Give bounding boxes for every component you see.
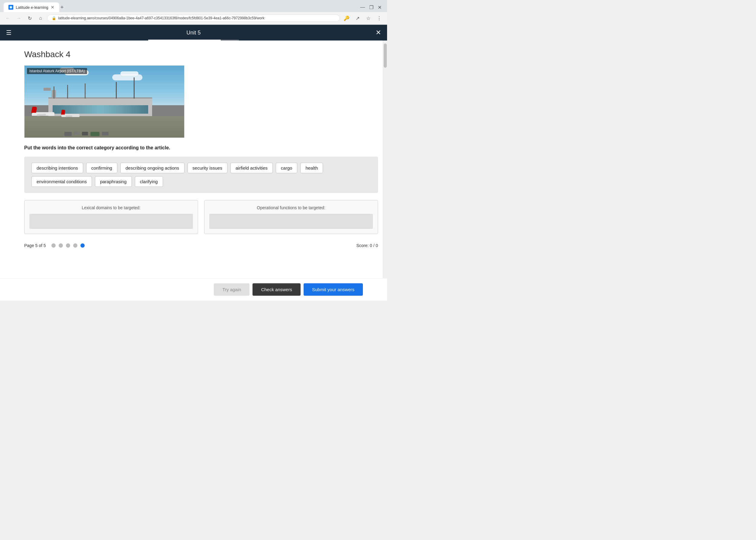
- chip-environmental-conditions[interactable]: environmental conditions: [32, 176, 92, 187]
- airport-scene: [25, 66, 184, 138]
- tower-top: [44, 88, 51, 91]
- reload-button[interactable]: ↻: [25, 14, 34, 22]
- key-button[interactable]: 🔑: [342, 14, 351, 22]
- drop-zone-operational[interactable]: Operational functions to be targeted:: [204, 200, 378, 234]
- main-area: ‹ Washback 4: [0, 41, 387, 278]
- restore-button[interactable]: ❐: [368, 4, 375, 11]
- plane-left: [29, 107, 57, 118]
- back-button[interactable]: ←: [4, 14, 12, 22]
- dot-4: [73, 243, 77, 248]
- instruction-text: Put the words into the correct category …: [24, 145, 378, 151]
- titlebar: Latitude e-learning ✕ + — ❐ ✕ ← → ↻ ⌂ 🔒 …: [0, 0, 387, 25]
- lamppost-3: [85, 83, 85, 98]
- drop-zone-lexical-area[interactable]: [29, 214, 193, 229]
- chip-health[interactable]: health: [300, 163, 323, 173]
- dot-1: [52, 243, 56, 248]
- chip-security-issues[interactable]: security issues: [188, 163, 227, 173]
- app-title: Unit 5: [186, 30, 201, 36]
- lamppost-4: [116, 82, 117, 98]
- home-button[interactable]: ⌂: [36, 14, 45, 22]
- tab-close-icon[interactable]: ✕: [51, 5, 55, 10]
- window-close-button[interactable]: ✕: [376, 4, 383, 11]
- submit-answers-button[interactable]: Submit your answers: [304, 283, 363, 296]
- lamppost-1: [54, 86, 55, 98]
- chip-clarifying[interactable]: clarifying: [135, 176, 163, 187]
- check-answers-button[interactable]: Check answers: [252, 283, 301, 296]
- word-bank: describing intentions confirming describ…: [24, 157, 378, 193]
- drop-zone-operational-area[interactable]: [209, 214, 373, 229]
- pagination-area: Page 5 of 5 Score: 0 / 0: [24, 243, 378, 248]
- drop-zone-lexical[interactable]: Lexical domains to be targeted:: [24, 200, 198, 234]
- lamppost-5: [134, 77, 135, 98]
- url-bar[interactable]: 🔒 latitude-elearning.aero/courses/04906a…: [47, 15, 340, 22]
- svg-point-1: [10, 6, 12, 8]
- forward-button[interactable]: →: [15, 14, 23, 22]
- browser-chrome: Latitude e-learning ✕ + — ❐ ✕ ← → ↻ ⌂ 🔒 …: [0, 0, 387, 25]
- chip-describing-ongoing-actions[interactable]: describing ongoing actions: [120, 163, 185, 173]
- minimize-button[interactable]: —: [358, 4, 367, 11]
- dot-3: [66, 243, 70, 248]
- drop-zones-container: Lexical domains to be targeted: Operatio…: [24, 200, 378, 234]
- bookmark-button[interactable]: ☆: [364, 14, 373, 22]
- lamppost-2: [67, 85, 68, 98]
- menu-button[interactable]: ⋮: [375, 14, 383, 22]
- chip-airfield-activities[interactable]: airfield activities: [230, 163, 273, 173]
- page-info: Page 5 of 5: [24, 243, 46, 248]
- url-text: latitude-elearning.aero/courses/04906a8a…: [58, 16, 335, 20]
- chip-paraphrasing[interactable]: paraphrasing: [95, 176, 132, 187]
- lock-icon: 🔒: [52, 16, 56, 20]
- ground-equipment: [65, 132, 108, 136]
- browser-titlebar: Latitude e-learning ✕ + — ❐ ✕: [0, 0, 387, 12]
- button-area: Try again Check answers Submit your answ…: [0, 278, 387, 301]
- scroll-thumb[interactable]: [384, 44, 387, 68]
- drop-zone-operational-label: Operational functions to be targeted:: [209, 205, 373, 210]
- try-again-button[interactable]: Try again: [214, 283, 249, 296]
- cloud-4: [120, 71, 138, 75]
- share-button[interactable]: ↗: [353, 14, 362, 22]
- close-button[interactable]: ✕: [376, 29, 381, 37]
- dot-5: [80, 243, 85, 248]
- dot-2: [59, 243, 63, 248]
- chip-cargo[interactable]: cargo: [276, 163, 298, 173]
- drop-zone-lexical-label: Lexical domains to be targeted:: [29, 205, 193, 210]
- image-caption: Istanbul Ataturk Airport (IST/LTBA): [27, 68, 87, 74]
- score-info: Score: 0 / 0: [356, 243, 378, 248]
- content-area: Washback 4: [0, 41, 387, 278]
- airport-image: Istanbul Ataturk Airport (IST/LTBA): [24, 65, 185, 138]
- tab-favicon: [8, 5, 13, 10]
- hamburger-icon[interactable]: ☰: [6, 29, 12, 36]
- plane-middle: [60, 110, 82, 119]
- page-title: Washback 4: [24, 50, 378, 59]
- browser-controls: ← → ↻ ⌂ 🔒 latitude-elearning.aero/course…: [0, 12, 387, 25]
- new-tab-button[interactable]: +: [61, 4, 64, 11]
- chip-confirming[interactable]: confirming: [86, 163, 117, 173]
- chip-describing-intentions[interactable]: describing intentions: [32, 163, 83, 173]
- browser-tab[interactable]: Latitude e-learning ✕: [4, 2, 59, 12]
- scrollbar-gutter[interactable]: [383, 41, 387, 278]
- tab-label: Latitude e-learning: [16, 5, 48, 10]
- app-header: ☰ Unit 5 ✕: [0, 25, 387, 41]
